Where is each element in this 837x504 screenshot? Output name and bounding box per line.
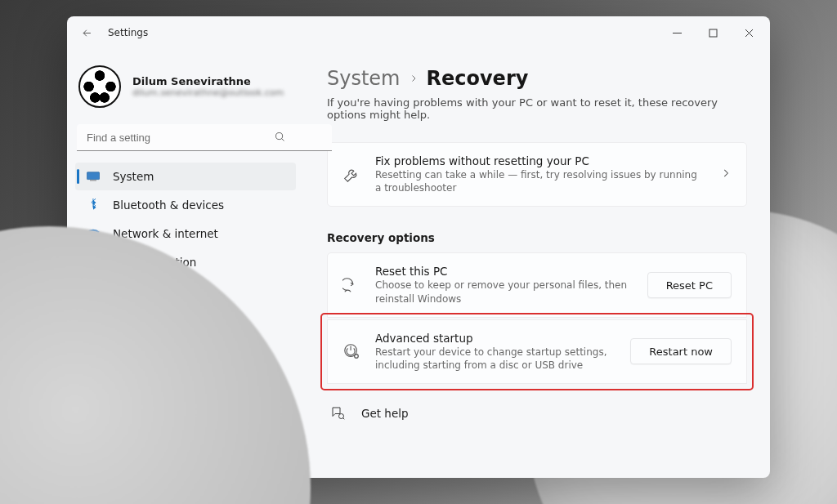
card-body: Advanced startup Restart your device to …	[375, 332, 615, 372]
sidebar-item-accounts[interactable]: Accounts	[75, 306, 296, 333]
desktop-background: Settings Dilum Senevirathne dilum.senevi…	[0, 0, 837, 504]
power-gear-icon	[342, 342, 360, 360]
paintbrush-icon	[87, 256, 100, 269]
restart-now-button[interactable]: Restart now	[630, 338, 732, 364]
search-input[interactable]	[77, 124, 332, 151]
card-title: Fix problems without resetting your PC	[375, 154, 705, 167]
globe-clock-icon	[87, 341, 100, 355]
sidebar-item-label: Accessibility	[113, 399, 181, 412]
update-icon	[87, 456, 100, 469]
gamepad-icon	[87, 370, 100, 383]
maximize-button[interactable]	[695, 16, 731, 49]
svg-point-13	[355, 355, 359, 359]
svg-rect-0	[709, 29, 717, 37]
sidebar-item-label: Privacy & security	[113, 427, 213, 440]
back-button[interactable]	[77, 23, 96, 42]
person-icon	[87, 313, 100, 326]
caption-controls	[659, 16, 767, 49]
help-label: Get help	[361, 407, 409, 420]
profile-block[interactable]: Dilum Senevirathne dilum.senevirathne@ou…	[75, 57, 296, 121]
sidebar-item-update[interactable]: Windows Update	[75, 448, 296, 476]
close-icon	[745, 29, 754, 38]
highlight-annotation: Advanced startup Restart your device to …	[322, 314, 752, 389]
page-title: Recovery	[427, 67, 529, 90]
window-body: Dilum Senevirathne dilum.senevirathne@ou…	[67, 49, 770, 478]
sidebar-item-gaming[interactable]: Gaming	[75, 363, 296, 390]
sidebar-item-label: Accounts	[113, 313, 163, 326]
card-description: Resetting can take a while — first, try …	[375, 168, 705, 194]
svg-point-9	[88, 343, 97, 352]
help-icon	[330, 405, 347, 421]
breadcrumb: System Recovery	[327, 67, 747, 90]
shield-icon	[87, 427, 100, 440]
svg-point-1	[276, 133, 283, 140]
sidebar-item-label: Bluetooth & devices	[113, 198, 224, 212]
nav-list: System Bluetooth & devices Network & int…	[75, 163, 296, 476]
avatar	[78, 65, 121, 108]
svg-point-11	[92, 400, 95, 403]
search-field[interactable]	[77, 124, 294, 151]
titlebar: Settings	[67, 16, 770, 49]
sidebar-item-network[interactable]: Network & internet	[75, 220, 296, 248]
sidebar-item-accessibility[interactable]: Accessibility	[75, 391, 296, 419]
profile-email: dilum.senevirathne@outlook.com	[132, 87, 284, 98]
breadcrumb-parent[interactable]: System	[327, 67, 401, 90]
troubleshooter-card[interactable]: Fix problems without resetting your PC R…	[327, 142, 747, 207]
card-title: Reset this PC	[375, 265, 633, 278]
system-icon	[87, 170, 100, 183]
content-area: System Recovery If you're having problem…	[304, 49, 770, 478]
maximize-icon	[709, 29, 718, 38]
sidebar-item-privacy[interactable]: Privacy & security	[75, 420, 296, 448]
card-title: Advanced startup	[375, 332, 615, 345]
sidebar-item-label: Windows Update	[113, 456, 205, 469]
advanced-startup-card: Advanced startup Restart your device to …	[327, 319, 747, 384]
get-help-link[interactable]: Get help	[327, 405, 747, 421]
recovery-options-stack: Reset this PC Choose to keep or remove y…	[327, 252, 747, 384]
svg-point-10	[94, 349, 100, 355]
sidebar-item-time[interactable]: Time & language	[75, 334, 296, 362]
sidebar-item-label: System	[113, 170, 154, 183]
card-description: Choose to keep or remove your personal f…	[375, 279, 633, 305]
wrench-icon	[342, 166, 360, 184]
settings-window: Settings Dilum Senevirathne dilum.senevi…	[67, 16, 770, 478]
section-title: Recovery options	[327, 231, 747, 244]
sidebar: Dilum Senevirathne dilum.senevirathne@ou…	[67, 49, 304, 478]
minimize-icon	[673, 29, 682, 38]
profile-name: Dilum Senevirathne	[132, 75, 284, 87]
sidebar-item-personalization[interactable]: Personalization	[75, 248, 296, 276]
svg-point-14	[339, 414, 344, 419]
sidebar-item-system[interactable]: System	[75, 163, 296, 190]
svg-point-8	[91, 315, 95, 319]
chevron-right-icon	[720, 167, 732, 182]
bluetooth-icon	[87, 198, 100, 212]
chevron-right-icon	[409, 71, 418, 87]
sidebar-item-label: Time & language	[113, 341, 207, 355]
app-title: Settings	[108, 27, 148, 38]
card-body: Reset this PC Choose to keep or remove y…	[375, 265, 633, 305]
sidebar-item-bluetooth[interactable]: Bluetooth & devices	[75, 191, 296, 219]
sidebar-item-label: Network & internet	[113, 227, 218, 240]
minimize-button[interactable]	[659, 16, 695, 49]
svg-rect-7	[94, 292, 100, 297]
svg-rect-4	[87, 285, 93, 291]
reset-icon	[342, 276, 360, 294]
svg-rect-6	[87, 292, 93, 297]
accessibility-icon	[87, 399, 100, 412]
sidebar-item-apps[interactable]: Apps	[75, 277, 296, 305]
svg-rect-5	[94, 285, 100, 291]
sidebar-item-label: Personalization	[113, 256, 196, 269]
apps-icon	[87, 284, 100, 297]
card-description: Restart your device to change startup se…	[375, 346, 615, 372]
arrow-left-icon	[81, 27, 93, 39]
svg-rect-3	[90, 180, 96, 181]
reset-pc-card: Reset this PC Choose to keep or remove y…	[327, 252, 747, 317]
intro-text: If you're having problems with your PC o…	[327, 96, 747, 121]
close-button[interactable]	[731, 16, 767, 49]
svg-rect-2	[87, 172, 99, 180]
sidebar-item-label: Gaming	[113, 370, 156, 383]
card-body: Fix problems without resetting your PC R…	[375, 154, 705, 194]
search-icon	[274, 131, 286, 143]
sidebar-item-label: Apps	[113, 284, 140, 297]
reset-pc-button[interactable]: Reset PC	[647, 272, 732, 298]
profile-text: Dilum Senevirathne dilum.senevirathne@ou…	[132, 75, 284, 98]
